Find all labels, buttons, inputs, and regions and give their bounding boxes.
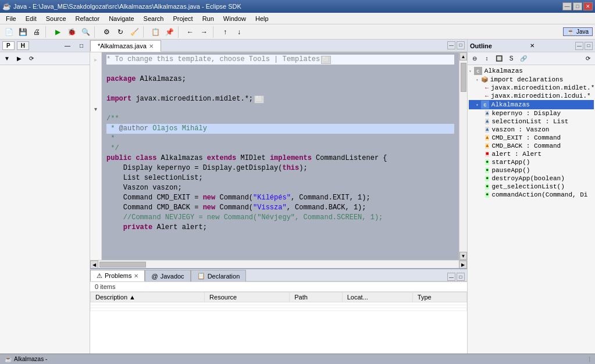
tree-field-vaszon[interactable]: ▲ vaszon : Vaszon (469, 126, 594, 134)
tree-import-lcdui[interactable]: ← javax.microedition.lcdui.* (469, 92, 594, 100)
scroll-thumb[interactable] (461, 63, 466, 92)
tree-class-alkalmazas[interactable]: ▾ C Alkalmazas (469, 100, 594, 109)
editor-min[interactable]: — (447, 41, 455, 49)
col-description[interactable]: Description ▲ (91, 292, 205, 302)
tree-field-selectionlist[interactable]: ▲ selectionList : List (469, 117, 594, 126)
scroll-left[interactable]: ◀ (90, 260, 98, 268)
col-resource[interactable]: Resource (205, 292, 290, 302)
navigate-up[interactable]: ↑ (219, 26, 231, 38)
paste-button[interactable]: 📌 (163, 26, 176, 38)
editor-tab-alkalmazas[interactable]: *Alkalmazas.java ✕ (90, 40, 161, 52)
navigate-down[interactable]: ↓ (233, 26, 245, 38)
col-path[interactable]: Path (290, 292, 342, 302)
outline-sort[interactable]: ↕ (481, 53, 493, 64)
fold-gutter: ▸ ▾ (90, 52, 102, 260)
menu-search[interactable]: Search (139, 14, 169, 23)
copy-button[interactable]: 📋 (149, 26, 162, 38)
tree-import-midlet[interactable]: ← javax.microedition.midlet.* (469, 84, 594, 92)
menu-edit[interactable]: Edit (21, 14, 41, 23)
save-button[interactable]: 💾 (16, 26, 29, 38)
tree-field-alert[interactable]: ■ alert : Alert (469, 150, 594, 158)
panel-minimize[interactable]: — (62, 41, 73, 51)
outline-hide-fields[interactable]: 🔲 (493, 53, 505, 64)
outline-collapse-all[interactable]: ⊖ (469, 53, 480, 64)
tree-field-cmdexit[interactable]: ▲ CMD_EXIT : Command (469, 134, 594, 142)
menu-project[interactable]: Project (168, 14, 197, 23)
menu-window[interactable]: Window (219, 14, 251, 23)
tree-label: vaszon : Vaszon (491, 126, 549, 133)
outline-sync[interactable]: ⟳ (582, 53, 594, 64)
menu-navigate[interactable]: Navigate (104, 14, 138, 23)
panel-tab-p[interactable]: P (2, 41, 15, 50)
tree-import-declarations[interactable]: ▾ 📦 import declarations (469, 76, 594, 84)
build-button[interactable]: ⚙ (100, 26, 113, 38)
tree-method-getselection[interactable]: ● get_selectionList() (469, 183, 594, 191)
tree-method-destroyapp[interactable]: ● destroyApp(boolean) (469, 174, 594, 183)
tree-label: javax.microedition.midlet.* (491, 84, 594, 91)
outline-hide-static[interactable]: S (505, 53, 517, 64)
bottom-tabs: ⚠ Problems ✕ @ Javadoc 📋 Declaration — □ (90, 269, 467, 282)
horizontal-scrollbar[interactable]: ◀ ▶ (90, 260, 467, 268)
hscroll-thumb[interactable] (99, 262, 146, 267)
outline-link[interactable]: 🔗 (518, 53, 529, 64)
perspective-java[interactable]: ☕ Java (563, 27, 593, 36)
print-button[interactable]: 🖨 (30, 26, 43, 38)
problems-close[interactable]: ✕ (134, 273, 138, 279)
panel-maximize[interactable]: □ (76, 41, 87, 51)
tree-method-pauseapp[interactable]: ● pauseApp() (469, 166, 594, 174)
vertical-scrollbar[interactable]: ▲ ▼ (459, 52, 467, 260)
tree-root-alkalmazas[interactable]: ▾ C Alkalmazas (469, 66, 594, 76)
scroll-down[interactable]: ▼ (459, 252, 467, 260)
refresh-button[interactable]: ↻ (114, 26, 127, 38)
menu-file[interactable]: File (1, 14, 21, 23)
panel-tab-h[interactable]: H (17, 41, 29, 50)
tree-method-commandaction[interactable]: ● commandAction(Command, Di (469, 191, 594, 199)
tab-declaration[interactable]: 📋 Declaration (191, 270, 247, 281)
import-icon: ← (485, 85, 489, 91)
outline-close[interactable]: ✕ (530, 42, 535, 49)
forward-button[interactable]: → (198, 26, 211, 38)
close-button[interactable]: ✕ (583, 2, 593, 10)
import-icon: ← (485, 93, 489, 99)
toolbar: 📄 💾 🖨 ▶ 🐞 🔍 ⚙ ↻ 🧹 📋 📌 ← → ↑ ↓ ☕ Java (0, 24, 595, 40)
col-location[interactable]: Locat... (342, 292, 412, 302)
tree-field-cmdback[interactable]: ▲ CMD_BACK : Command (469, 142, 594, 150)
run-button[interactable]: ▶ (51, 26, 64, 38)
minimize-button[interactable]: — (562, 2, 572, 10)
clean-button[interactable]: 🧹 (128, 26, 141, 38)
outline-max[interactable]: □ (585, 42, 593, 50)
menu-bar: File Edit Source Refactor Navigate Searc… (0, 13, 595, 24)
lp-expand[interactable]: ▶ (13, 53, 25, 64)
tree-field-kepernyo[interactable]: ▲ kepernyo : Display (469, 109, 594, 117)
editor-area: *Alkalmazas.java ✕ — □ ▸ ▾ (90, 40, 467, 268)
col-type[interactable]: Type (412, 292, 466, 302)
tree-method-startapp[interactable]: ● startApp() (469, 158, 594, 166)
editor-max[interactable]: □ (457, 41, 465, 49)
bottom-max[interactable]: □ (457, 273, 465, 281)
menu-refactor[interactable]: Refactor (71, 14, 105, 23)
outline-toolbar: ⊖ ↕ 🔲 S 🔗 ⟳ (468, 52, 595, 65)
lp-sync[interactable]: ⟳ (26, 53, 37, 64)
editor-tab-close[interactable]: ✕ (149, 43, 154, 49)
new-button[interactable]: 📄 (2, 26, 15, 38)
scroll-up[interactable]: ▲ (459, 52, 467, 60)
tree-label: pauseApp() (491, 167, 530, 174)
debug-button[interactable]: 🐞 (65, 26, 78, 38)
search-button[interactable]: 🔍 (79, 26, 92, 38)
tab-problems[interactable]: ⚠ Problems ✕ (90, 270, 145, 281)
status-text: Alkalmazas - (14, 356, 47, 362)
bottom-min[interactable]: — (447, 273, 455, 281)
scroll-right[interactable]: ▶ (459, 260, 467, 268)
lp-collapse[interactable]: ▼ (1, 53, 13, 64)
menu-source[interactable]: Source (41, 14, 71, 23)
menu-run[interactable]: Run (198, 14, 219, 23)
tree-label: import declarations (490, 76, 563, 83)
code-editor[interactable]: * To change this template, choose Tools … (102, 52, 459, 260)
menu-help[interactable]: Help (251, 14, 273, 23)
field-icon: ▲ (485, 110, 489, 116)
outline-min[interactable]: — (575, 42, 583, 50)
field-icon: ▲ (485, 135, 489, 141)
maximize-button[interactable]: □ (573, 2, 582, 10)
tab-javadoc[interactable]: @ Javadoc (145, 270, 190, 281)
back-button[interactable]: ← (184, 26, 197, 38)
